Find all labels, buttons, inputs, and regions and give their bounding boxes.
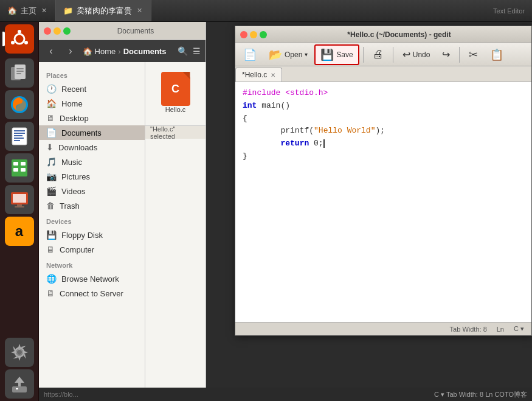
sidebar-item-recent[interactable]: 🕐 Recent (39, 82, 145, 96)
fm-sidebar-panel: Places 🕐 Recent 🏠 Home 🖥 Desktop 📄 (39, 62, 145, 401)
svg-rect-24 (17, 204, 22, 206)
dock-icon-impress[interactable] (5, 185, 34, 214)
sidebar-item-documents-label: Documents (61, 128, 102, 138)
dock-icon-install[interactable] (5, 369, 34, 399)
dock-icon-writer[interactable] (5, 122, 34, 151)
gedit-undo-button[interactable]: ↩ Undo (397, 46, 436, 63)
taskbar: 🏠 主页 ✕ 📁 卖猪肉的李富贵 ✕ Text Editor (0, 0, 532, 22)
dock-icon-files[interactable] (5, 58, 34, 88)
sidebar-item-floppy-label: Floppy Disk (61, 231, 103, 240)
gedit-new-button[interactable]: 📄 (238, 45, 262, 65)
sidebar-item-trash[interactable]: 🗑 Trash (39, 198, 145, 213)
svg-rect-19 (21, 162, 26, 166)
sidebar-item-downloads[interactable]: ⬇ Downloads (39, 140, 145, 155)
fm-back-button[interactable]: ‹ (44, 44, 58, 58)
svg-rect-23 (13, 194, 26, 203)
dock-icon-firefox[interactable] (5, 90, 34, 119)
gedit-redo-button[interactable]: ↪ (437, 46, 455, 63)
gedit-cut-button[interactable]: ✂ (463, 45, 483, 65)
fm-status-text: "Hello.c" selected (150, 125, 201, 140)
gedit-traffic-lights (240, 31, 267, 38)
sidebar-item-browse-network[interactable]: 🌐 Browse Network (39, 271, 145, 286)
file-item-hello-c[interactable]: C Hello.c (155, 72, 196, 116)
gedit-title: *Hello.c (~/Documents) - gedit (272, 30, 527, 39)
dock-icon-amazon[interactable]: a (5, 217, 34, 246)
svg-point-2 (18, 30, 21, 33)
save-icon: 💾 (320, 48, 334, 61)
fm-search-icon[interactable]: 🔍 (178, 46, 188, 56)
open-dropdown-icon: ▾ (305, 51, 308, 58)
tab-home[interactable]: 🏠 主页 ✕ (0, 0, 56, 21)
file-tab-close[interactable]: ✕ (136, 7, 143, 15)
save-label: Save (336, 51, 353, 59)
gedit-print-button[interactable]: 🖨 (367, 45, 389, 64)
code-line-1: #include <stdio.h> (243, 87, 524, 100)
home-tab-icon: 🏠 (7, 6, 17, 15)
fm-minimize-button[interactable] (54, 27, 61, 35)
copy-icon: 📋 (490, 48, 503, 61)
sidebar-item-home[interactable]: 🏠 Home (39, 96, 145, 111)
devices-header: Devices (39, 213, 145, 228)
fm-close-button[interactable] (44, 27, 51, 35)
downloads-icon: ⬇ (46, 142, 54, 152)
svg-rect-20 (13, 168, 18, 172)
svg-point-28 (17, 350, 22, 355)
undo-label: Undo (413, 51, 430, 59)
sidebar-item-desktop[interactable]: 🖥 Desktop (39, 111, 145, 125)
sidebar-item-recent-label: Recent (61, 85, 86, 94)
sidebar-item-music[interactable]: 🎵 Music (39, 155, 145, 169)
dock-icon-settings[interactable] (5, 338, 34, 367)
home-tab-close[interactable]: ✕ (40, 7, 48, 15)
sidebar-item-pictures[interactable]: 📷 Pictures (39, 169, 145, 184)
svg-rect-18 (13, 162, 18, 166)
desktop-icon: 🖥 (46, 113, 55, 123)
file-manager: Documents ‹ › 🏠 Home › Documents 🔍 ☰ Pla… (39, 22, 206, 401)
gedit-close-button[interactable] (240, 31, 247, 38)
file-tab-icon: 📁 (63, 6, 73, 15)
app-title: Text Editor (486, 7, 532, 15)
breadcrumb-home[interactable]: 🏠 Home (83, 47, 116, 56)
code-line-2: int main() (243, 100, 524, 113)
dock-icon-ubuntu[interactable] (5, 24, 34, 54)
gedit-maximize-button[interactable] (260, 31, 267, 38)
settings-icon (9, 341, 30, 363)
gedit-minimize-button[interactable] (250, 31, 257, 38)
sidebar-item-floppy[interactable]: 💾 Floppy Disk (39, 228, 145, 242)
toolbar-separator-1 (363, 47, 364, 63)
fm-toolbar-right: 🔍 ☰ (178, 46, 201, 56)
gedit-copy-button[interactable]: 📋 (485, 45, 509, 65)
gedit-editor[interactable]: #include <stdio.h> int main() { printf("… (235, 82, 531, 322)
gedit-save-button[interactable]: 💾 Save (314, 44, 359, 65)
network-header: Network (39, 257, 145, 271)
sidebar-item-connect-server-label: Connect to Server (60, 289, 123, 298)
fm-maximize-button[interactable] (63, 27, 71, 35)
sidebar-item-videos[interactable]: 🎬 Videos (39, 184, 145, 198)
sidebar-item-computer[interactable]: 🖥 Computer (39, 242, 145, 257)
code-line-4: printf("Hello World"); (243, 125, 524, 138)
fm-forward-button[interactable]: › (63, 44, 78, 58)
gedit-tab-label: *Hello.c (242, 71, 267, 79)
cursor-pos-status: C ▾ (514, 325, 524, 333)
svg-rect-15 (14, 138, 24, 139)
svg-rect-9 (16, 73, 21, 74)
sidebar-item-connect-server[interactable]: 🖥 Connect to Server (39, 286, 145, 301)
fm-menu-icon[interactable]: ☰ (193, 46, 201, 56)
dock-icon-calc[interactable] (5, 153, 34, 183)
print-icon: 🖨 (373, 48, 384, 61)
svg-rect-25 (15, 206, 24, 207)
gedit-open-button[interactable]: 📂 Open ▾ (263, 45, 313, 65)
gedit-tabs: *Hello.c ✕ (235, 66, 531, 82)
svg-rect-16 (14, 140, 20, 141)
places-header: Places (39, 67, 145, 82)
gedit-tab-hello-c[interactable]: *Hello.c ✕ (235, 68, 282, 82)
home-tab-label: 主页 (21, 5, 36, 16)
sidebar-item-documents[interactable]: 📄 Documents (39, 125, 145, 140)
gedit-tab-close[interactable]: ✕ (271, 72, 275, 78)
svg-rect-29 (12, 386, 27, 392)
ubuntu-icon (9, 28, 30, 50)
breadcrumb-documents[interactable]: Documents (123, 47, 167, 56)
sidebar-item-browse-network-label: Browse Network (61, 274, 119, 284)
ln-status: Ln (497, 326, 504, 333)
code-line-6: } (243, 150, 524, 163)
tab-file[interactable]: 📁 卖猪肉的李富贵 ✕ (56, 0, 151, 21)
